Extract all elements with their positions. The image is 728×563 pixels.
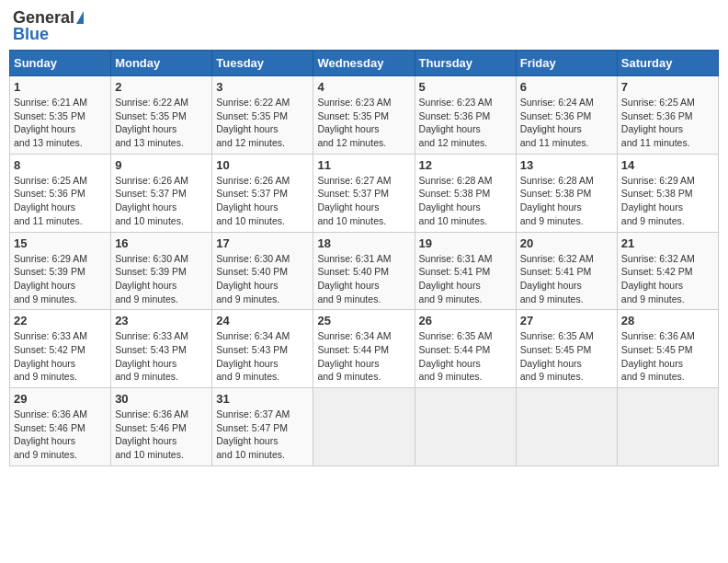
- calendar-cell: 1 Sunrise: 6:21 AM Sunset: 5:35 PM Dayli…: [10, 76, 111, 155]
- calendar-cell: 26 Sunrise: 6:35 AM Sunset: 5:44 PM Dayl…: [415, 310, 516, 388]
- day-number: 9: [115, 158, 208, 172]
- day-number: 20: [520, 236, 613, 250]
- day-detail: Sunrise: 6:24 AM Sunset: 5:36 PM Dayligh…: [520, 96, 613, 150]
- weekday-header-friday: Friday: [516, 51, 617, 76]
- day-detail: Sunrise: 6:31 AM Sunset: 5:40 PM Dayligh…: [317, 252, 410, 306]
- day-detail: Sunrise: 6:31 AM Sunset: 5:41 PM Dayligh…: [419, 252, 512, 306]
- calendar-cell: 22 Sunrise: 6:33 AM Sunset: 5:42 PM Dayl…: [10, 310, 111, 388]
- calendar-cell: [516, 388, 617, 466]
- calendar-cell: 9 Sunrise: 6:26 AM Sunset: 5:37 PM Dayli…: [111, 154, 212, 232]
- calendar-cell: 27 Sunrise: 6:35 AM Sunset: 5:45 PM Dayl…: [516, 310, 617, 388]
- day-detail: Sunrise: 6:34 AM Sunset: 5:43 PM Dayligh…: [216, 329, 309, 384]
- day-detail: Sunrise: 6:26 AM Sunset: 5:37 PM Dayligh…: [216, 174, 309, 228]
- day-detail: Sunrise: 6:23 AM Sunset: 5:35 PM Dayligh…: [317, 96, 410, 150]
- day-number: 14: [621, 158, 714, 172]
- calendar-cell: 28 Sunrise: 6:36 AM Sunset: 5:45 PM Dayl…: [617, 310, 718, 388]
- day-number: 13: [520, 158, 613, 172]
- calendar-cell: 12 Sunrise: 6:28 AM Sunset: 5:38 PM Dayl…: [415, 154, 516, 232]
- day-detail: Sunrise: 6:35 AM Sunset: 5:45 PM Dayligh…: [520, 329, 613, 384]
- day-number: 7: [621, 80, 714, 94]
- calendar-cell: 10 Sunrise: 6:26 AM Sunset: 5:37 PM Dayl…: [212, 154, 313, 232]
- day-number: 18: [317, 236, 410, 250]
- day-detail: Sunrise: 6:27 AM Sunset: 5:37 PM Dayligh…: [317, 174, 410, 228]
- day-detail: Sunrise: 6:33 AM Sunset: 5:42 PM Dayligh…: [14, 329, 107, 384]
- day-number: 30: [115, 392, 208, 406]
- day-detail: Sunrise: 6:25 AM Sunset: 5:36 PM Dayligh…: [14, 174, 107, 228]
- day-number: 8: [14, 158, 107, 172]
- day-detail: Sunrise: 6:23 AM Sunset: 5:36 PM Dayligh…: [419, 96, 512, 150]
- calendar-cell: 6 Sunrise: 6:24 AM Sunset: 5:36 PM Dayli…: [516, 76, 617, 155]
- day-detail: Sunrise: 6:22 AM Sunset: 5:35 PM Dayligh…: [115, 96, 208, 150]
- weekday-header-sunday: Sunday: [10, 51, 111, 76]
- weekday-header-thursday: Thursday: [415, 51, 516, 76]
- calendar-cell: 30 Sunrise: 6:36 AM Sunset: 5:46 PM Dayl…: [111, 388, 212, 466]
- calendar-cell: 11 Sunrise: 6:27 AM Sunset: 5:37 PM Dayl…: [313, 154, 415, 232]
- calendar-cell: 23 Sunrise: 6:33 AM Sunset: 5:43 PM Dayl…: [111, 310, 212, 388]
- calendar-cell: 21 Sunrise: 6:32 AM Sunset: 5:42 PM Dayl…: [617, 232, 718, 310]
- calendar-cell: 8 Sunrise: 6:25 AM Sunset: 5:36 PM Dayli…: [10, 154, 111, 232]
- day-detail: Sunrise: 6:29 AM Sunset: 5:38 PM Dayligh…: [621, 174, 714, 228]
- calendar-cell: 19 Sunrise: 6:31 AM Sunset: 5:41 PM Dayl…: [415, 232, 516, 310]
- day-number: 19: [419, 236, 512, 250]
- day-detail: Sunrise: 6:36 AM Sunset: 5:46 PM Dayligh…: [115, 408, 208, 462]
- logo-blue-text: Blue: [13, 26, 49, 42]
- day-number: 4: [317, 80, 410, 94]
- calendar-cell: 2 Sunrise: 6:22 AM Sunset: 5:35 PM Dayli…: [111, 76, 212, 155]
- day-detail: Sunrise: 6:37 AM Sunset: 5:47 PM Dayligh…: [216, 408, 309, 462]
- calendar-cell: [617, 388, 718, 466]
- day-detail: Sunrise: 6:32 AM Sunset: 5:42 PM Dayligh…: [621, 252, 714, 306]
- page-header: General Blue: [9, 9, 719, 42]
- calendar-cell: 15 Sunrise: 6:29 AM Sunset: 5:39 PM Dayl…: [10, 232, 111, 310]
- day-number: 21: [621, 236, 714, 250]
- day-number: 11: [317, 158, 410, 172]
- weekday-header-saturday: Saturday: [617, 51, 718, 76]
- day-number: 6: [520, 80, 613, 94]
- day-number: 2: [115, 80, 208, 94]
- logo-icon: [76, 11, 84, 24]
- day-detail: Sunrise: 6:34 AM Sunset: 5:44 PM Dayligh…: [317, 329, 410, 384]
- day-number: 12: [419, 158, 512, 172]
- calendar-cell: 24 Sunrise: 6:34 AM Sunset: 5:43 PM Dayl…: [212, 310, 313, 388]
- day-detail: Sunrise: 6:29 AM Sunset: 5:39 PM Dayligh…: [14, 252, 107, 306]
- day-number: 24: [216, 314, 309, 327]
- calendar-cell: 7 Sunrise: 6:25 AM Sunset: 5:36 PM Dayli…: [617, 76, 718, 155]
- day-number: 10: [216, 158, 309, 172]
- weekday-header-monday: Monday: [111, 51, 212, 76]
- day-detail: Sunrise: 6:21 AM Sunset: 5:35 PM Dayligh…: [14, 96, 107, 150]
- day-detail: Sunrise: 6:28 AM Sunset: 5:38 PM Dayligh…: [520, 174, 613, 228]
- calendar-cell: [313, 388, 415, 466]
- day-detail: Sunrise: 6:36 AM Sunset: 5:46 PM Dayligh…: [14, 408, 107, 462]
- calendar-cell: 31 Sunrise: 6:37 AM Sunset: 5:47 PM Dayl…: [212, 388, 313, 466]
- day-number: 31: [216, 392, 309, 406]
- day-detail: Sunrise: 6:30 AM Sunset: 5:39 PM Dayligh…: [115, 252, 208, 306]
- day-number: 16: [115, 236, 208, 250]
- logo: General Blue: [13, 9, 84, 42]
- day-detail: Sunrise: 6:35 AM Sunset: 5:44 PM Dayligh…: [419, 329, 512, 384]
- day-number: 28: [621, 314, 714, 327]
- day-detail: Sunrise: 6:26 AM Sunset: 5:37 PM Dayligh…: [115, 174, 208, 228]
- calendar-cell: 18 Sunrise: 6:31 AM Sunset: 5:40 PM Dayl…: [313, 232, 415, 310]
- day-number: 3: [216, 80, 309, 94]
- day-detail: Sunrise: 6:30 AM Sunset: 5:40 PM Dayligh…: [216, 252, 309, 306]
- day-number: 23: [115, 314, 208, 327]
- calendar-table: SundayMondayTuesdayWednesdayThursdayFrid…: [9, 50, 719, 466]
- day-detail: Sunrise: 6:28 AM Sunset: 5:38 PM Dayligh…: [419, 174, 512, 228]
- day-number: 25: [317, 314, 410, 327]
- calendar-cell: 20 Sunrise: 6:32 AM Sunset: 5:41 PM Dayl…: [516, 232, 617, 310]
- day-number: 17: [216, 236, 309, 250]
- calendar-cell: 5 Sunrise: 6:23 AM Sunset: 5:36 PM Dayli…: [415, 76, 516, 155]
- day-number: 15: [14, 236, 107, 250]
- calendar-cell: 29 Sunrise: 6:36 AM Sunset: 5:46 PM Dayl…: [10, 388, 111, 466]
- calendar-cell: 13 Sunrise: 6:28 AM Sunset: 5:38 PM Dayl…: [516, 154, 617, 232]
- day-detail: Sunrise: 6:22 AM Sunset: 5:35 PM Dayligh…: [216, 96, 309, 150]
- calendar-cell: 17 Sunrise: 6:30 AM Sunset: 5:40 PM Dayl…: [212, 232, 313, 310]
- day-number: 1: [14, 80, 107, 94]
- day-number: 29: [14, 392, 107, 406]
- day-number: 26: [419, 314, 512, 327]
- day-number: 27: [520, 314, 613, 327]
- calendar-cell: [415, 388, 516, 466]
- calendar-cell: 4 Sunrise: 6:23 AM Sunset: 5:35 PM Dayli…: [313, 76, 415, 155]
- calendar-cell: 14 Sunrise: 6:29 AM Sunset: 5:38 PM Dayl…: [617, 154, 718, 232]
- day-detail: Sunrise: 6:25 AM Sunset: 5:36 PM Dayligh…: [621, 96, 714, 150]
- calendar-cell: 16 Sunrise: 6:30 AM Sunset: 5:39 PM Dayl…: [111, 232, 212, 310]
